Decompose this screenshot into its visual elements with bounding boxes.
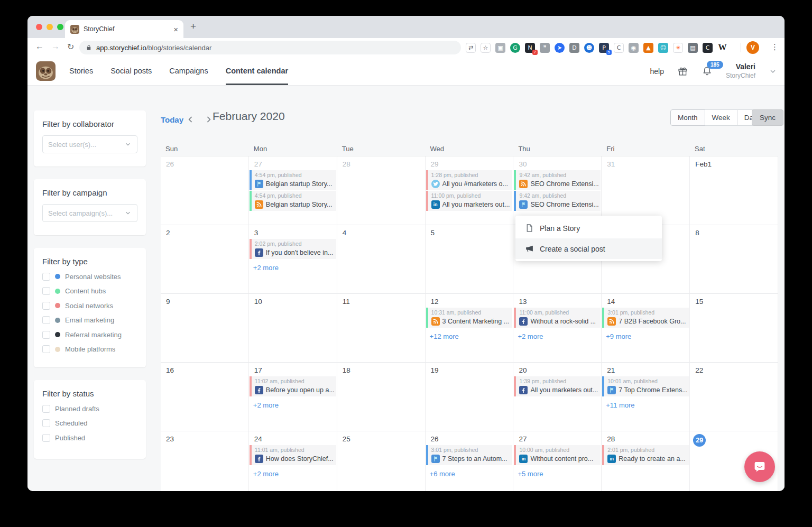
new-tab-button[interactable]: + [190, 21, 196, 32]
calendar-day-cell[interactable]: 10 [249, 294, 337, 363]
notifications-bell-icon[interactable]: 185 [702, 66, 713, 77]
checkbox[interactable] [42, 316, 50, 324]
forward-icon[interactable]: → [51, 42, 60, 51]
calendar-day-cell[interactable]: 2 [161, 225, 249, 294]
checkbox[interactable] [42, 302, 50, 310]
wikipedia-ext-icon[interactable]: W [717, 43, 727, 53]
penguin-ext-icon[interactable]: P5 [599, 43, 609, 53]
calendar-event[interactable]: 11:00 am, publishedWithout a rock-solid … [514, 308, 601, 328]
window-close-button[interactable] [36, 24, 42, 30]
nav-stories[interactable]: Stories [69, 57, 93, 85]
calendar-event[interactable]: 1:39 pm, publishedAll you marketers out.… [514, 376, 601, 396]
calendar-event[interactable]: 11:01 am, publishedHow does StoryChief..… [250, 445, 336, 465]
calendar-event[interactable]: 4:54 pm, publishedBelgian startup Story.… [250, 191, 336, 211]
lighthouse-ext-icon[interactable]: ▲ [643, 43, 653, 53]
calendar-day-cell[interactable]: 19 [426, 363, 514, 431]
calendar-day-cell[interactable]: 8 [690, 225, 778, 294]
status-option-planned-drafts[interactable]: Planned drafts [42, 405, 137, 413]
gift-icon[interactable] [677, 66, 688, 77]
campaign-select[interactable]: Select campaign(s)... [42, 204, 137, 222]
calendar-day-cell[interactable]: 263:01 pm, published7 Steps to an Autom.… [426, 431, 514, 491]
chat-launcher-button[interactable] [744, 451, 775, 482]
more-events-link[interactable]: +9 more [606, 332, 631, 340]
calendar-day-cell[interactable]: 28 [337, 156, 426, 225]
more-events-link[interactable]: +2 more [253, 264, 279, 272]
back-icon[interactable]: ← [35, 42, 44, 51]
nav-social-posts[interactable]: Social posts [110, 57, 152, 85]
teal-ext-icon[interactable]: ☺ [658, 43, 668, 53]
bookmark-star-icon[interactable]: ☆ [481, 43, 491, 53]
nav-campaigns[interactable]: Campaigns [169, 57, 208, 85]
calendar-event[interactable]: 11:00 pm, publishedinAll you marketers o… [426, 191, 513, 211]
more-events-link[interactable]: +6 more [430, 470, 455, 478]
calendar-event[interactable]: 3:01 pm, published7 Steps to an Autom... [426, 445, 513, 465]
sync-button[interactable]: Sync [752, 109, 783, 126]
calendar-day-cell[interactable]: 32:02 pm, publishedIf you don't believe … [249, 225, 337, 294]
calendar-day-cell[interactable]: 1311:00 am, publishedWithout a rock-soli… [513, 294, 602, 363]
grammarly-ext-icon[interactable]: G [510, 43, 520, 53]
calendar-event[interactable]: 10:00 am, publishedinWithout content pro… [514, 445, 601, 465]
checkbox[interactable] [42, 434, 50, 442]
calendar-day-cell[interactable]: 274:54 pm, publishedBelgian startup Stor… [249, 156, 337, 225]
calendar-day-cell[interactable]: 2110:01 am, published7 Top Chrome Extens… [602, 363, 690, 431]
calendar-day-cell[interactable]: 309:42 am, publishedSEO Chrome Extensi..… [513, 156, 602, 225]
checkbox[interactable] [42, 331, 50, 339]
menu-item-plan-a-story[interactable]: Plan a Story [515, 218, 662, 238]
calendar-day-cell[interactable]: 15 [690, 294, 778, 363]
status-option-scheduled[interactable]: Scheduled [42, 419, 137, 427]
zapier-ext-icon[interactable]: ✳ [673, 43, 683, 53]
calendar-day-cell[interactable]: 31 [602, 156, 690, 225]
calendar-day-cell[interactable]: 11 [337, 294, 426, 363]
notifier-ext-icon[interactable]: N7 [525, 43, 535, 53]
calendar-event[interactable]: 2:02 pm, publishedIf you don't believe i… [250, 239, 336, 259]
status-option-published[interactable]: Published [42, 434, 137, 442]
more-events-link[interactable]: +11 more [606, 401, 634, 409]
reload-icon[interactable]: ↻ [67, 42, 74, 52]
camera-ext-icon[interactable]: ◉ [629, 43, 639, 53]
view-week-button[interactable]: Week [705, 109, 737, 126]
calendar-day-cell[interactable]: 2411:01 am, publishedHow does StoryChief… [249, 431, 337, 491]
checkbox[interactable] [42, 287, 50, 295]
team-ext-icon[interactable]: ☻ [584, 43, 594, 53]
d-ext-icon[interactable]: D [569, 43, 579, 53]
more-events-link[interactable]: +2 more [253, 470, 279, 478]
help-link[interactable]: help [650, 67, 664, 76]
address-bar[interactable]: app.storychief.io/blog/stories/calendar [79, 41, 461, 54]
calendar-day-cell[interactable]: 18 [337, 363, 426, 431]
calendar-day-cell[interactable]: 201:39 pm, publishedAll you marketers ou… [513, 363, 602, 431]
view-month-button[interactable]: Month [670, 109, 705, 126]
translate-ext-icon[interactable]: ⇄ [466, 43, 476, 53]
calendar-event[interactable]: 10:01 am, published7 Top Chrome Extens..… [602, 376, 689, 396]
more-events-link[interactable]: +12 more [430, 332, 459, 340]
browser-profile-avatar[interactable]: V [746, 41, 759, 54]
calendar-day-cell[interactable]: 1711:02 am, publishedBefore you open up … [249, 363, 337, 431]
calendar-day-cell[interactable]: 9 [161, 294, 249, 363]
calendar-event[interactable]: 9:42 am, publishedSEO Chrome Extensi... [514, 170, 601, 190]
type-option-email-marketing[interactable]: Email marketing [42, 316, 137, 324]
menu-item-create-a-social-post[interactable]: Create a social post [515, 238, 662, 259]
calendar-day-cell[interactable]: 282:01 pm, publishedinReady to create an… [602, 431, 690, 491]
calendar-event[interactable]: 4:54 pm, publishedBelgian startup Story.… [250, 170, 336, 190]
more-events-link[interactable]: +2 more [253, 401, 279, 409]
checkbox[interactable] [42, 419, 50, 427]
dart-ext-icon[interactable]: ➤ [555, 43, 565, 53]
calendar-day-cell[interactable]: 143:01 pm, published7 B2B Facebook Gro..… [602, 294, 690, 363]
calendar-event[interactable]: 9:42 am, publishedSEO Chrome Extensi... [514, 191, 601, 211]
type-option-mobile-platforms[interactable]: Mobile platforms [42, 345, 137, 353]
calendar-day-cell[interactable]: 291:28 pm, publishedAll you #marketers o… [426, 156, 514, 225]
window-minimize-button[interactable] [47, 24, 53, 30]
face-ext-icon[interactable]: ▤ [688, 43, 698, 53]
calendar-day-cell[interactable]: 1210:31 am, published3 Content Marketing… [426, 294, 514, 363]
calendar-day-cell[interactable]: 4 [337, 225, 426, 294]
calendar-day-cell[interactable]: 2710:00 am, publishedinWithout content p… [513, 431, 602, 491]
browser-tab[interactable]: StoryChief × [65, 20, 183, 38]
window-zoom-button[interactable] [57, 24, 63, 30]
c-ext-icon[interactable]: C [703, 43, 713, 53]
user-menu[interactable]: Valeri StoryChief [726, 62, 755, 80]
more-events-link[interactable]: +2 more [518, 332, 543, 340]
more-events-link[interactable]: +5 more [518, 470, 543, 478]
next-month-icon[interactable] [203, 114, 214, 125]
calendar-event[interactable]: 10:31 am, published3 Content Marketing .… [426, 308, 513, 328]
calendar-event[interactable]: 1:28 pm, publishedAll you #marketers o..… [426, 170, 513, 190]
type-option-social-networks[interactable]: Social networks [42, 302, 137, 310]
